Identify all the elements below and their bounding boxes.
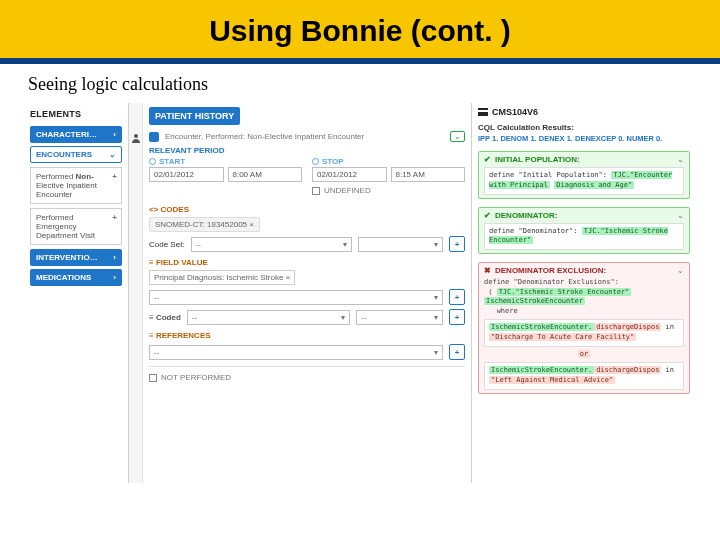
app-screenshot: ELEMENTS CHARACTERI… › ENCOUNTERS ⌄ + Pe… [24, 103, 696, 483]
encounter-title: Encounter, Performed: Non-Elective Inpat… [165, 132, 364, 141]
clock-icon [149, 158, 156, 165]
chevron-right-icon: › [113, 130, 116, 139]
ipp-code: define "Initial Population": TJC."Encoun… [484, 167, 684, 195]
chevron-right-icon: › [113, 253, 116, 262]
codes-section-label: <> CODES [149, 205, 465, 214]
code-chip[interactable]: SNOMED-CT: 183452005 × [149, 217, 260, 232]
coded-select-1[interactable]: --▾ [187, 310, 350, 325]
coded-select-2[interactable]: --▾ [356, 310, 443, 325]
add-icon[interactable]: + [112, 172, 117, 181]
start-label: START [159, 157, 185, 166]
stop-date-input[interactable]: 02/01/2012 [312, 167, 387, 182]
field-value-label: ≡ FIELD VALUE [149, 258, 465, 267]
add-code-button[interactable]: + [449, 236, 465, 252]
diagnosis-tag[interactable]: Principal Diagnosis: Ischemic Stroke × [149, 270, 295, 285]
measure-id: CMS104V6 [492, 107, 538, 117]
encounter-icon [149, 132, 159, 142]
results-heading: CQL Calculation Results: [478, 123, 690, 132]
result-initial-population[interactable]: ⌄ INITIAL POPULATION: define "Initial Po… [478, 151, 690, 199]
nav-interventions-label: INTERVENTIO… [36, 253, 98, 262]
title-banner: Using Bonnie (cont. ) [0, 0, 720, 64]
nav-encounters-label: ENCOUNTERS [36, 150, 92, 159]
encounter-row: Encounter, Performed: Non-Elective Inpat… [149, 131, 465, 142]
denex-box-2: IschemicStrokeEncounter.dischargeDispos … [484, 362, 684, 390]
patient-history-panel: PATIENT HISTORY Encounter, Performed: No… [143, 103, 471, 483]
patient-history-tab[interactable]: PATIENT HISTORY [149, 107, 240, 125]
nav-medications[interactable]: MEDICATIONS › [30, 269, 122, 286]
nav-encounters[interactable]: ENCOUNTERS ⌄ [30, 146, 122, 163]
add-field-button[interactable]: + [449, 289, 465, 305]
add-icon[interactable]: + [112, 213, 117, 222]
add-coded-button[interactable]: + [449, 309, 465, 325]
element-card-non-elective[interactable]: + Performed Non- Elective Inpatient Enco… [30, 167, 122, 204]
references-label: ≡ REFERENCES [149, 331, 465, 340]
slide-subtitle: Seeing logic calculations [28, 74, 692, 95]
element-card-emergency[interactable]: + Performed Emergency Department Visit [30, 208, 122, 245]
nav-characteristics-label: CHARACTERI… [36, 130, 97, 139]
nav-characteristics[interactable]: CHARACTERI… › [30, 126, 122, 143]
denex-box-1: IschemicStrokeEncounter.dischargeDispos … [484, 319, 684, 347]
add-reference-button[interactable]: + [449, 344, 465, 360]
elements-panel: ELEMENTS CHARACTERI… › ENCOUNTERS ⌄ + Pe… [24, 103, 129, 483]
codeset-label: Code Set: [149, 240, 185, 249]
slide-title: Using Bonnie (cont. ) [0, 14, 720, 48]
nav-medications-label: MEDICATIONS [36, 273, 91, 282]
code-select[interactable]: ▾ [358, 237, 443, 252]
field-select[interactable]: --▾ [149, 290, 443, 305]
results-summary: IPP 1. DENOM 1. DENEX 1. DENEXCEP 0. NUM… [478, 134, 690, 143]
result-denominator[interactable]: ⌄ DENOMINATOR: define "Denominator": TJC… [478, 207, 690, 255]
collapse-toggle[interactable]: ⌄ [450, 131, 465, 142]
coded-label: Coded [156, 313, 181, 322]
not-performed-checkbox[interactable]: NOT PERFORMED [149, 373, 465, 382]
start-time-input[interactable]: 8:00 AM [228, 167, 303, 182]
chevron-down-icon: ⌄ [677, 211, 684, 220]
stop-time-input[interactable]: 8:15 AM [391, 167, 466, 182]
chevron-down-icon: ⌄ [109, 150, 116, 159]
nav-interventions[interactable]: INTERVENTIO… › [30, 249, 122, 266]
person-icon [129, 103, 143, 483]
chevron-down-icon: ⌄ [677, 266, 684, 275]
chevron-right-icon: › [113, 273, 116, 282]
chevron-down-icon: ⌄ [677, 155, 684, 164]
codeset-select[interactable]: --▾ [191, 237, 352, 252]
undefined-checkbox[interactable]: UNDEFINED [312, 186, 465, 195]
menu-icon [478, 108, 488, 116]
reference-select[interactable]: --▾ [149, 345, 443, 360]
svg-point-0 [134, 134, 138, 138]
clock-icon [312, 158, 319, 165]
stop-label: STOP [322, 157, 344, 166]
denex-code: define "Denominator Exclusions": ( TJC."… [484, 278, 684, 316]
results-panel: CMS104V6 CQL Calculation Results: IPP 1.… [471, 103, 696, 483]
elements-header: ELEMENTS [30, 107, 122, 123]
relevant-period-label: RELEVANT PERIOD [149, 146, 465, 155]
result-denominator-exclusion[interactable]: ⌄ DENOMINATOR EXCLUSION: define "Denomin… [478, 262, 690, 393]
denom-code: define "Denominator": TJC."Ischemic Stro… [484, 223, 684, 251]
start-date-input[interactable]: 02/01/2012 [149, 167, 224, 182]
